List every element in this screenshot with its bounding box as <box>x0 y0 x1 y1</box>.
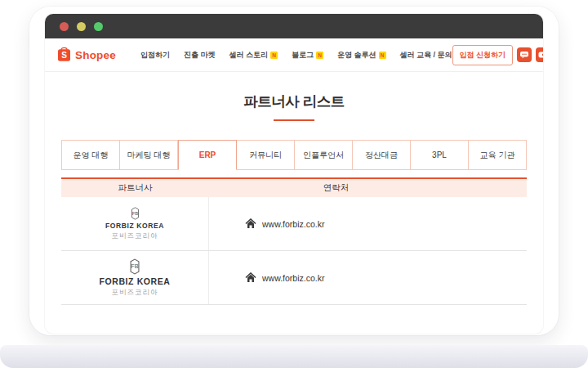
tab-3pl[interactable]: 3PL <box>411 140 469 170</box>
partner-korean-name: 포비즈코리아 <box>112 288 158 298</box>
partner-korean-name: 포비즈코리아 <box>112 231 158 241</box>
nav-item-blog[interactable]: 블로그N <box>292 50 323 61</box>
new-badge: N <box>379 52 386 59</box>
forbiz-emblem-icon: FB <box>128 258 141 275</box>
home-icon <box>245 272 256 283</box>
shopee-logo-text: Shopee <box>75 49 116 61</box>
home-icon <box>245 218 256 229</box>
partner-name: FORBIZ KOREA <box>99 276 170 286</box>
table-row: FB FORBIZ KOREA 포비즈코리아 www.forbiz.co.kr <box>61 197 527 251</box>
nav-item-seller-story[interactable]: 셀러 스토리N <box>229 50 278 61</box>
svg-text:S: S <box>61 51 67 60</box>
partner-website-link[interactable]: www.forbiz.co.kr <box>262 273 324 283</box>
tab-marketing-agency[interactable]: 마케팅 대행 <box>120 140 178 170</box>
partner-cell: FB FORBIZ KOREA 포비즈코리아 <box>61 251 209 304</box>
partner-cell: FB FORBIZ KOREA 포비즈코리아 <box>61 197 209 250</box>
apply-button[interactable]: 입점 신청하기 <box>452 45 514 65</box>
nav-item-solutions[interactable]: 운영 솔루션N <box>337 50 386 61</box>
shopee-logo[interactable]: S Shopee <box>56 45 116 65</box>
tab-erp[interactable]: ERP <box>178 140 237 170</box>
main-nav: 입점하기 진출 마켓 셀러 스토리N 블로그N 운영 솔루션N 셀러 교육 / … <box>140 50 452 61</box>
close-window-icon[interactable] <box>60 22 69 31</box>
forbiz-logo: FB FORBIZ KOREA 포비즈코리아 <box>99 258 170 298</box>
browser-window: S Shopee 입점하기 진출 마켓 셀러 스토리N 블로그N 운영 솔루션N… <box>45 14 543 334</box>
category-tabs: 운영 대행 마케팅 대행 ERP 커뮤니티 인플루언서 정산대금 3PL 교육 … <box>61 140 527 170</box>
site-header: S Shopee 입점하기 진출 마켓 셀러 스토리N 블로그N 운영 솔루션N… <box>45 38 543 72</box>
browser-titlebar <box>45 14 543 38</box>
tab-settlement[interactable]: 정산대금 <box>353 140 411 170</box>
nav-item-markets[interactable]: 진출 마켓 <box>184 50 216 61</box>
nav-item-education-contact[interactable]: 셀러 교육 / 문의 <box>400 50 452 61</box>
svg-text:FB: FB <box>131 263 139 270</box>
header-actions: 입점 신청하기 <box>452 45 543 65</box>
shopee-bag-icon: S <box>56 45 72 65</box>
new-badge: N <box>270 52 278 59</box>
table-row: FB FORBIZ KOREA 포비즈코리아 www.forbiz.co.kr <box>61 251 527 305</box>
contact-cell: www.forbiz.co.kr <box>209 197 527 250</box>
forbiz-logo: FB FORBIZ KOREA 포비즈코리아 <box>105 207 164 241</box>
new-badge: N <box>316 52 323 59</box>
tab-education[interactable]: 교육 기관 <box>469 140 527 170</box>
page-title: 파트너사 리스트 <box>45 92 543 111</box>
laptop-base <box>0 345 588 368</box>
tab-operation-agency[interactable]: 운영 대행 <box>61 140 120 170</box>
youtube-icon[interactable] <box>536 47 543 62</box>
column-header-partner: 파트너사 <box>61 179 209 197</box>
forbiz-emblem-icon: FB <box>130 207 140 220</box>
kakao-chat-icon[interactable] <box>517 47 532 62</box>
table-header-row: 파트너사 연락처 <box>61 177 527 197</box>
tab-influencer[interactable]: 인플루언서 <box>295 140 353 170</box>
maximize-window-icon[interactable] <box>94 22 103 31</box>
partner-website-link[interactable]: www.forbiz.co.kr <box>262 219 324 229</box>
tab-community[interactable]: 커뮤니티 <box>237 140 295 170</box>
minimize-window-icon[interactable] <box>77 22 86 31</box>
svg-text:FB: FB <box>131 211 138 216</box>
partner-name: FORBIZ KOREA <box>105 222 164 230</box>
nav-item-join[interactable]: 입점하기 <box>140 50 170 61</box>
contact-cell: www.forbiz.co.kr <box>209 251 527 304</box>
title-underline <box>274 119 314 121</box>
partner-table: 파트너사 연락처 FB FORBIZ KOREA 포비즈코리아 <box>61 177 527 305</box>
column-header-contact: 연락처 <box>209 179 527 197</box>
